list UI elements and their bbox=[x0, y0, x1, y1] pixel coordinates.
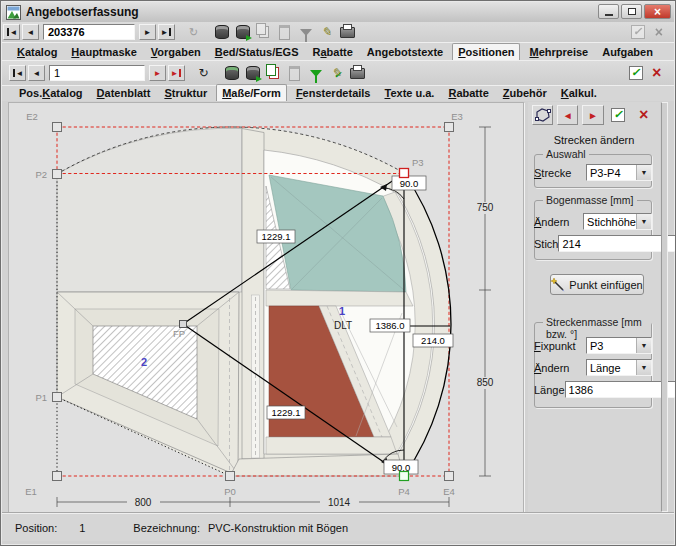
first-position-button[interactable]: ◄ bbox=[9, 65, 26, 81]
tab-fensterdetails[interactable]: Fensterdetails bbox=[291, 85, 376, 101]
chevron-down-icon[interactable]: ▼ bbox=[636, 360, 651, 375]
handle-e1[interactable] bbox=[53, 472, 62, 481]
strecke-combobox[interactable]: P3-P4 ▼ bbox=[586, 164, 652, 181]
tab-masse-form-active[interactable]: Maße/Form bbox=[216, 84, 287, 102]
previous-record-button[interactable]: ◄ bbox=[22, 24, 39, 40]
point-label-p4: P4 bbox=[398, 486, 410, 497]
stich-input[interactable] bbox=[558, 235, 676, 252]
aendern-bogen-combobox[interactable]: Stichhöhe ▼ bbox=[583, 213, 652, 230]
label-radius-top: 1229.1 bbox=[261, 231, 290, 242]
handle-p1[interactable] bbox=[53, 393, 62, 402]
handle-p0[interactable] bbox=[226, 472, 235, 481]
database-icon[interactable] bbox=[212, 24, 231, 41]
edit-pencil-icon[interactable]: ✎ bbox=[317, 24, 336, 41]
print-icon[interactable] bbox=[338, 24, 357, 41]
construction-drawing: 750 850 800 1014 1229.1 1229.1 1386.0 21… bbox=[9, 103, 521, 512]
tab-kalkul[interactable]: Kalkul. bbox=[556, 85, 602, 101]
aendern-bogen-value: Stichhöhe bbox=[584, 216, 636, 228]
cancel-position-icon[interactable]: × bbox=[647, 65, 666, 82]
position-toolbar: ◄ ◄ ► ► ↻ ✎ ✓ × bbox=[2, 60, 674, 86]
group-bogenmasse-title: Bogenmasse [mm] bbox=[543, 194, 637, 206]
handle-e4[interactable] bbox=[445, 472, 454, 481]
menu-vorgaben[interactable]: Vorgaben bbox=[146, 44, 206, 60]
previous-strecke-button[interactable]: ◄ bbox=[557, 105, 578, 125]
chevron-down-icon[interactable]: ▼ bbox=[636, 214, 651, 229]
last-position-button[interactable]: ► bbox=[168, 65, 185, 81]
handle-fp[interactable] bbox=[180, 321, 187, 328]
menu-hauptmaske[interactable]: Hauptmaske bbox=[66, 44, 141, 60]
last-record-button[interactable]: ► bbox=[158, 24, 175, 40]
menu-bed-status-egs[interactable]: Bed/Status/EGS bbox=[210, 44, 304, 60]
next-strecke-button[interactable]: ► bbox=[582, 105, 603, 125]
copy-position-icon[interactable] bbox=[264, 65, 283, 82]
chevron-down-icon[interactable]: ▼ bbox=[636, 338, 651, 353]
sash-bottom-frame bbox=[266, 437, 397, 454]
first-record-button[interactable]: ◄ bbox=[3, 24, 20, 40]
offer-number-input[interactable] bbox=[43, 24, 135, 40]
point-label-fp: FP bbox=[173, 328, 185, 339]
tab-texte[interactable]: Texte u.a. bbox=[379, 85, 439, 101]
discard-x-icon: × bbox=[639, 107, 648, 123]
field1-type: DLT bbox=[334, 320, 352, 331]
chevron-down-icon[interactable]: ▼ bbox=[636, 165, 651, 180]
handle-p3-selected[interactable] bbox=[400, 169, 409, 178]
point-label-e2: E2 bbox=[26, 111, 38, 122]
tab-datenblatt[interactable]: Datenblatt bbox=[92, 85, 156, 101]
close-button[interactable]: × bbox=[644, 4, 671, 19]
confirm-position-icon[interactable]: ✓ bbox=[626, 65, 645, 82]
next-record-button[interactable]: ► bbox=[139, 24, 156, 40]
panel-edge-bar[interactable] bbox=[661, 102, 668, 512]
handle-p2[interactable] bbox=[53, 170, 62, 179]
polygon-shape-icon bbox=[535, 108, 551, 122]
database-insert-icon[interactable] bbox=[233, 24, 252, 41]
menu-rabatte[interactable]: Rabatte bbox=[307, 44, 357, 60]
refresh-position-icon[interactable]: ↻ bbox=[195, 65, 212, 81]
menu-positionen-active[interactable]: Positionen bbox=[452, 43, 520, 61]
apply-button[interactable]: ✓ bbox=[608, 105, 629, 125]
point-label-e4: E4 bbox=[443, 486, 455, 497]
strecke-label: Strecke bbox=[534, 167, 586, 179]
insert-point-wand-icon bbox=[551, 278, 565, 292]
minimize-button[interactable] bbox=[598, 4, 619, 19]
tab-pos-katalog[interactable]: Pos.Katalog bbox=[14, 85, 88, 101]
previous-position-button[interactable]: ◄ bbox=[28, 65, 45, 81]
copy-icon[interactable] bbox=[254, 24, 273, 41]
menu-katalog[interactable]: Katalog bbox=[12, 44, 62, 60]
menu-angebotstexte[interactable]: Angebotstexte bbox=[362, 44, 448, 60]
menu-aufgaben[interactable]: Aufgaben bbox=[597, 44, 658, 60]
drawing-canvas-panel[interactable]: 750 850 800 1014 1229.1 1229.1 1386.0 21… bbox=[8, 102, 524, 515]
strecken-panel: ◄ ► ✓ × Strecken ändern Auswahl Strecke … bbox=[528, 102, 660, 512]
paste-icon[interactable] bbox=[275, 24, 294, 41]
filter-position-icon[interactable] bbox=[306, 65, 325, 82]
sash-cross-member bbox=[266, 290, 413, 306]
handle-e3[interactable] bbox=[445, 123, 454, 132]
database-insert-position-icon[interactable] bbox=[243, 65, 262, 82]
polygon-shape-button[interactable] bbox=[532, 105, 553, 125]
handle-p4[interactable] bbox=[400, 472, 409, 481]
aendern-strecke-label: Ändern bbox=[534, 362, 586, 374]
filter-icon[interactable] bbox=[296, 24, 315, 41]
dim-width-right: 1014 bbox=[328, 497, 351, 508]
confirm-icon[interactable]: ✓ bbox=[628, 24, 647, 41]
menu-mehrpreise[interactable]: Mehrpreise bbox=[524, 44, 593, 60]
position-number-input[interactable] bbox=[49, 65, 145, 81]
handle-e2[interactable] bbox=[53, 123, 62, 132]
aendern-strecke-combobox[interactable]: Länge ▼ bbox=[586, 359, 652, 376]
insert-point-button[interactable]: Punkt einfügen bbox=[550, 274, 644, 295]
discard-button[interactable]: × bbox=[633, 105, 654, 125]
edit-check-icon[interactable]: ✎ bbox=[327, 65, 346, 82]
print-position-icon[interactable] bbox=[348, 65, 367, 82]
insert-point-label: Punkt einfügen bbox=[569, 279, 642, 291]
tab-zubehoer[interactable]: Zubehör bbox=[498, 85, 552, 101]
next-position-button[interactable]: ► bbox=[149, 65, 166, 81]
tab-struktur[interactable]: Struktur bbox=[159, 85, 212, 101]
database-position-icon[interactable] bbox=[222, 65, 241, 82]
tab-rabatte[interactable]: Rabatte bbox=[443, 85, 493, 101]
laenge-input[interactable] bbox=[565, 381, 676, 398]
paste-position-icon[interactable] bbox=[285, 65, 304, 82]
maximize-button[interactable] bbox=[621, 4, 642, 19]
fixpunkt-combobox[interactable]: P3 ▼ bbox=[586, 337, 652, 354]
cancel-icon[interactable]: × bbox=[649, 24, 668, 41]
refresh-icon[interactable]: ↻ bbox=[185, 24, 202, 40]
status-position-label: Position: bbox=[15, 522, 57, 534]
